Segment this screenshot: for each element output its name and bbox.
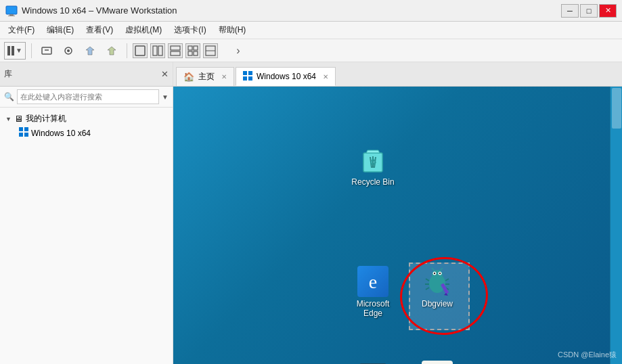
svg-rect-14 — [188, 51, 192, 55]
svg-point-35 — [439, 273, 441, 274]
this-pc-icon[interactable]: This PC — [346, 357, 400, 364]
svg-rect-13 — [194, 46, 198, 50]
menu-view[interactable]: 查看(V) — [81, 23, 118, 37]
network-button[interactable] — [81, 42, 99, 60]
menu-file[interactable]: 文件(F) — [3, 23, 40, 37]
svg-rect-20 — [243, 76, 247, 81]
close-button[interactable]: ✕ — [599, 4, 617, 18]
svg-line-37 — [440, 268, 443, 271]
tree-label-win10: Windows 10 x64 — [31, 129, 91, 138]
svg-line-40 — [426, 288, 429, 290]
menu-edit[interactable]: 编辑(E) — [41, 23, 79, 37]
control-panel-image — [421, 360, 453, 364]
svg-point-31 — [432, 270, 443, 279]
svg-rect-9 — [158, 46, 162, 55]
tab-list: 🏠 主页 ✕ Windows 10 x64 ✕ — [173, 62, 337, 86]
layout-btn-4[interactable] — [185, 43, 200, 58]
sidebar-close-button[interactable]: ✕ — [161, 69, 169, 79]
recycle-bin-icon[interactable]: ♻ Recycle Bin — [346, 141, 400, 189]
svg-rect-22 — [19, 127, 23, 131]
menu-bar: 文件(F) 编辑(E) 查看(V) 虚拟机(M) 选项卡(I) 帮助(H) — [0, 22, 622, 39]
tree-label-my-computer: 我的计算机 — [26, 113, 66, 124]
tree-expand-icon: ▼ — [5, 116, 12, 122]
tree-item-my-computer[interactable]: ▼ 🖥 我的计算机 — [3, 112, 170, 126]
dbgview-label: Dbgview — [422, 299, 453, 309]
vm-icon — [5, 5, 18, 17]
minimize-button[interactable]: ─ — [561, 4, 579, 18]
toolbar-sep-2 — [127, 43, 127, 58]
sidebar-tree: ▼ 🖥 我的计算机 Windows 10 x64 — [0, 108, 173, 144]
menu-help[interactable]: 帮助(H) — [213, 23, 252, 37]
search-input[interactable] — [17, 89, 159, 104]
sidebar: 🔍 ▼ ▼ 🖥 我的计算机 Windows 10 x64 — [0, 87, 173, 364]
svg-rect-11 — [171, 51, 180, 55]
sidebar-search-bar: 🔍 ▼ — [0, 87, 173, 108]
maximize-button[interactable]: □ — [580, 4, 598, 18]
layout-btn-2[interactable] — [150, 43, 165, 58]
svg-rect-19 — [248, 71, 252, 75]
win10-tab-icon — [243, 71, 252, 83]
more-options-button[interactable]: › — [229, 42, 248, 60]
app-window: Windows 10 x64 – VMware Workstation ─ □ … — [0, 0, 622, 364]
svg-rect-23 — [24, 127, 28, 131]
tab-win10[interactable]: Windows 10 x64 ✕ — [236, 67, 336, 86]
layout-btn-1[interactable] — [133, 43, 148, 58]
scroll-thumb[interactable] — [612, 88, 621, 129]
tab-home[interactable]: 🏠 主页 ✕ — [176, 67, 234, 86]
snapshot-button[interactable] — [59, 42, 78, 60]
svg-rect-0 — [6, 6, 17, 14]
svg-rect-12 — [188, 46, 192, 50]
home-tab-label: 主页 — [198, 71, 215, 83]
control-panel-icon[interactable]: Control Panel — [410, 357, 464, 364]
search-icon: 🔍 — [4, 92, 14, 101]
tree-item-win10[interactable]: Windows 10 x64 — [3, 126, 170, 140]
menu-vm[interactable]: 虚拟机(M) — [120, 23, 167, 37]
svg-line-36 — [432, 268, 435, 271]
vm-tree-icon — [19, 127, 28, 139]
vm-desktop[interactable]: ♻ Recycle Bin e — [173, 87, 622, 364]
layout-btn-3[interactable] — [168, 43, 183, 58]
svg-point-34 — [434, 273, 435, 274]
library-label: 库 — [4, 68, 12, 80]
menu-tabs[interactable]: 选项卡(I) — [169, 23, 211, 37]
pause-bar-right — [12, 46, 14, 55]
svg-rect-10 — [171, 46, 180, 50]
title-bar-controls: ─ □ ✕ — [561, 4, 617, 18]
title-bar-text: Windows 10 x64 – VMware Workstation — [22, 5, 557, 16]
main-row: 🔍 ▼ ▼ 🖥 我的计算机 Windows 10 x64 — [0, 87, 622, 364]
toolbar-sep-1 — [31, 43, 32, 58]
svg-rect-21 — [248, 76, 252, 81]
svg-text:e: e — [369, 271, 377, 292]
win10-tab-close[interactable]: ✕ — [323, 73, 328, 81]
dbgview-icon[interactable]: Dbgview — [410, 263, 464, 311]
edge-image: e — [357, 265, 389, 298]
search-dropdown-icon[interactable]: ▼ — [162, 93, 169, 101]
svg-rect-3 — [42, 47, 51, 54]
usb-button[interactable] — [102, 42, 121, 60]
tab-bar-row: 库 ✕ 🏠 主页 ✕ Windows 10 x64 ✕ — [0, 62, 622, 87]
svg-rect-15 — [194, 51, 198, 55]
pause-bar-left — [7, 46, 10, 55]
svg-text:♻: ♻ — [370, 158, 377, 167]
win10-tab-label: Windows 10 x64 — [257, 72, 316, 81]
svg-rect-25 — [24, 133, 28, 137]
edge-label: Microsoft Edge — [349, 299, 397, 318]
recycle-bin-label: Recycle Bin — [351, 177, 394, 187]
svg-rect-2 — [8, 16, 15, 16]
this-pc-image — [357, 360, 389, 364]
svg-line-41 — [445, 279, 449, 281]
computer-icon: 🖥 — [14, 114, 23, 124]
svg-rect-1 — [9, 14, 14, 16]
recycle-bin-image: ♻ — [357, 143, 389, 176]
toolbar: ▼ › — [0, 39, 622, 62]
edge-icon[interactable]: e Microsoft Edge — [346, 263, 400, 321]
pause-dropdown-arrow[interactable]: ▼ — [16, 47, 22, 54]
watermark: CSDN @Elaine猿 — [558, 350, 617, 360]
home-tab-close[interactable]: ✕ — [221, 73, 227, 81]
layout-btn-5[interactable] — [203, 43, 218, 58]
send-ctrl-alt-del-button[interactable] — [37, 42, 56, 60]
right-scroll-panel — [610, 87, 622, 364]
svg-rect-18 — [243, 71, 247, 75]
pause-button[interactable]: ▼ — [4, 42, 26, 60]
home-tab-icon: 🏠 — [183, 72, 194, 82]
